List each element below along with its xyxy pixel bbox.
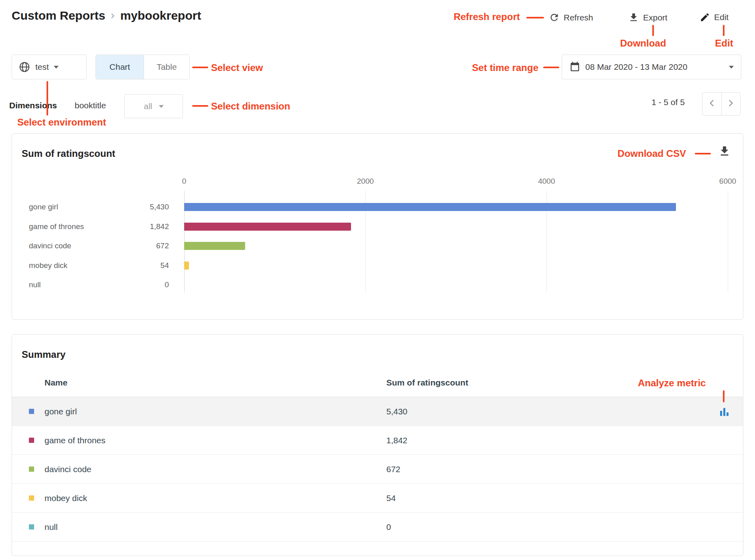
table-row[interactable]: davinci code672	[12, 455, 743, 484]
export-label: Export	[643, 13, 668, 22]
chart-row: game of thrones1,842	[12, 222, 743, 231]
table-row[interactable]: null0	[12, 513, 743, 542]
chart-category-label: gone girl	[29, 202, 58, 212]
refresh-icon	[549, 12, 560, 23]
annotation-set-time-range: Set time range	[472, 62, 538, 73]
tab-chart[interactable]: Chart	[96, 55, 144, 79]
dimension-name: booktitle	[75, 101, 106, 110]
annotation-select-dimension: Select dimension	[211, 101, 290, 112]
column-header-sum: Sum of ratingscount	[386, 378, 468, 388]
chart-category-label: mobey dick	[29, 261, 67, 270]
row-value: 5,430	[386, 407, 408, 416]
chart-category-label: game of thrones	[29, 222, 84, 231]
annotation-edit: Edit	[715, 38, 733, 49]
dimension-filter-dropdown[interactable]: all	[124, 94, 183, 118]
row-name: null	[45, 522, 58, 532]
annotation-line	[192, 105, 208, 107]
chevron-right-icon	[726, 98, 736, 110]
bar-chart-rows: gone girl5,430game of thrones1,842davinc…	[12, 134, 743, 319]
annotation-line	[543, 67, 559, 68]
date-range-value: 08 Mar 2020 - 13 Mar 2020	[585, 62, 687, 72]
refresh-label: Refresh	[564, 13, 593, 22]
row-name: davinci code	[45, 465, 91, 474]
chart-bar[interactable]	[184, 203, 676, 211]
chart-value-label: 1,842	[108, 222, 169, 231]
analyze-metric-icon[interactable]	[720, 407, 729, 416]
row-value: 672	[386, 465, 400, 474]
chart-row: gone girl5,430	[12, 202, 743, 212]
dimension-filter-value: all	[144, 101, 152, 111]
refresh-button[interactable]: Refresh	[549, 12, 593, 23]
legend-swatch	[29, 495, 34, 501]
view-toggle: Chart Table	[95, 55, 190, 79]
chart-category-label: null	[29, 280, 41, 290]
annotation-download: Download	[620, 38, 666, 49]
chart-card: Sum of ratingscount 0200040006000 gone g…	[12, 133, 743, 320]
chevron-down-icon	[729, 66, 734, 69]
breadcrumb-current-report: mybookreport	[120, 9, 201, 22]
annotation-line	[47, 81, 48, 116]
chart-value-label: 54	[108, 261, 169, 270]
summary-title: Summary	[22, 349, 65, 360]
dimensions-label: Dimensions	[9, 101, 57, 110]
date-range-picker[interactable]: 08 Mar 2020 - 13 Mar 2020	[562, 55, 741, 79]
annotation-line	[723, 25, 725, 36]
row-name: gone girl	[45, 407, 77, 416]
custom-report-page: Custom Reports › mybookreport Refresh Ex…	[0, 0, 755, 560]
download-icon	[628, 12, 639, 23]
breadcrumb-custom-reports[interactable]: Custom Reports	[12, 9, 105, 22]
chevron-down-icon	[159, 105, 164, 108]
summary-card: Summary Name Sum of ratingscount gone gi…	[12, 334, 743, 556]
row-value: 1,842	[386, 436, 408, 445]
annotation-line	[652, 25, 654, 36]
environment-value: test	[35, 62, 49, 72]
chart-row: davinci code672	[12, 241, 743, 251]
row-value: 54	[386, 493, 396, 503]
pagination-prev-button[interactable]	[702, 93, 721, 115]
pagination-next-button[interactable]	[721, 93, 741, 115]
annotation-line	[526, 17, 544, 18]
edit-label: Edit	[714, 12, 729, 22]
row-value: 0	[386, 522, 391, 532]
chart-value-label: 5,430	[108, 202, 169, 212]
annotation-analyze-metric: Analyze metric	[638, 377, 706, 389]
chart-bar[interactable]	[184, 242, 245, 250]
table-row[interactable]: mobey dick54	[12, 484, 743, 513]
chart-bar[interactable]	[184, 223, 351, 231]
breadcrumb-separator-icon: ›	[111, 9, 114, 22]
globe-icon	[18, 61, 30, 73]
annotation-select-environment: Select environment	[17, 117, 106, 128]
annotation-download-csv: Download CSV	[617, 148, 686, 159]
legend-swatch	[29, 409, 34, 414]
breadcrumb: Custom Reports › mybookreport	[12, 9, 201, 22]
environment-selector[interactable]: test	[12, 55, 87, 79]
chart-row: mobey dick54	[12, 261, 743, 270]
tab-table[interactable]: Table	[144, 55, 189, 79]
export-button[interactable]: Export	[628, 12, 668, 23]
calendar-icon	[569, 61, 580, 73]
column-header-name: Name	[45, 378, 67, 388]
pencil-icon	[700, 12, 710, 22]
legend-swatch	[29, 524, 34, 530]
row-name: game of thrones	[45, 436, 106, 445]
summary-table-body: gone girl5,430game of thrones1,842davinc…	[12, 397, 743, 542]
pagination-controls	[702, 92, 741, 116]
legend-swatch	[29, 467, 34, 472]
chart-value-label: 0	[108, 280, 169, 290]
annotation-refresh-report: Refresh report	[454, 11, 520, 22]
annotation-line	[723, 390, 725, 402]
pagination-status: 1 - 5 of 5	[651, 97, 685, 107]
annotation-select-view: Select view	[211, 62, 263, 73]
chart-category-label: davinci code	[29, 241, 71, 251]
annotation-line	[695, 153, 711, 154]
table-row[interactable]: game of thrones1,842	[12, 426, 743, 455]
chart-bar[interactable]	[184, 262, 189, 270]
legend-swatch	[29, 438, 34, 443]
chevron-left-icon	[706, 98, 717, 110]
edit-button[interactable]: Edit	[700, 12, 729, 22]
annotation-line	[192, 67, 208, 68]
chart-value-label: 672	[108, 241, 169, 251]
row-name: mobey dick	[45, 493, 87, 503]
table-row[interactable]: gone girl5,430	[12, 397, 743, 426]
chart-row: null0	[12, 280, 743, 290]
